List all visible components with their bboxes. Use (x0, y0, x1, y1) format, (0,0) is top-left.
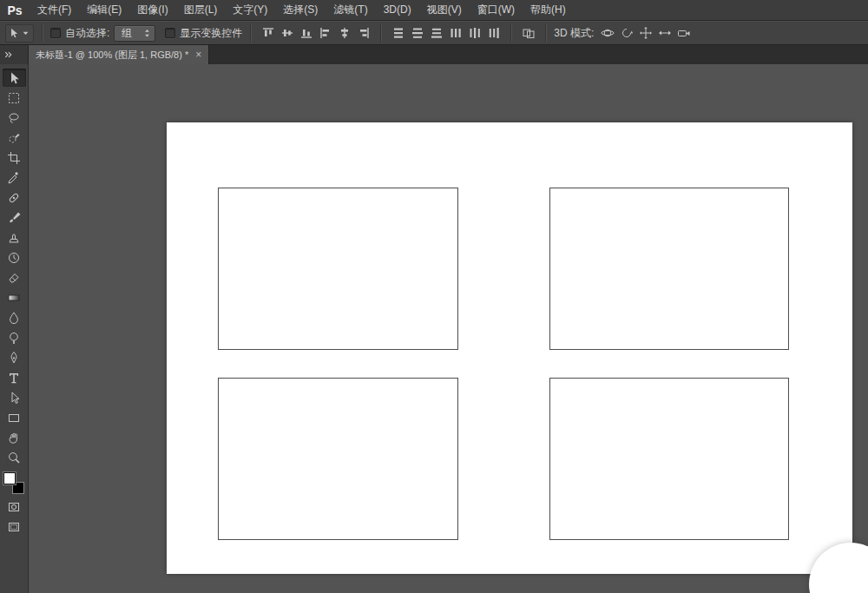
foreground-color-swatch[interactable] (3, 472, 16, 484)
canvas-area (29, 64, 868, 593)
menu-bar: Ps 文件(F)编辑(E)图像(I)图层(L)文字(Y)选择(S)滤镜(T)3D… (0, 0, 868, 21)
auto-select-label: 自动选择: (65, 26, 109, 41)
photoshop-logo: Ps (0, 3, 30, 17)
show-transform-label: 显示变换控件 (180, 26, 242, 41)
align-top-edges-icon[interactable] (259, 24, 277, 43)
brush-tool[interactable] (3, 208, 26, 227)
eraser-tool[interactable] (3, 268, 26, 287)
gradient-tool[interactable] (3, 288, 26, 306)
type-tool[interactable] (3, 368, 26, 386)
rectangular-marquee-tool[interactable] (3, 89, 26, 107)
distribute-left-icon[interactable] (446, 24, 464, 43)
separator (545, 24, 546, 42)
caret-down-icon (20, 26, 31, 41)
eyedropper-tool[interactable] (3, 168, 26, 187)
tool-preset-picker[interactable] (5, 24, 34, 43)
toolbar-collapse-button[interactable] (0, 45, 29, 64)
separator (250, 24, 251, 42)
separator (510, 24, 511, 42)
auto-select-mode-dropdown[interactable]: 组 (114, 25, 155, 42)
drawn-rectangle-3 (218, 378, 458, 540)
lasso-tool[interactable] (3, 109, 26, 127)
distribute-horizontal-centers-icon[interactable] (465, 24, 483, 43)
align-horizontal-centers-icon[interactable] (335, 24, 353, 43)
history-brush-tool[interactable] (3, 248, 26, 267)
menu-item-view[interactable]: 视图(V) (419, 0, 470, 21)
distribute-top-icon[interactable] (389, 24, 407, 43)
3d-camera-icon[interactable] (674, 24, 693, 43)
show-transform-checkbox[interactable] (165, 28, 175, 38)
drawn-rectangle-1 (218, 188, 458, 350)
chevrons-right-icon (3, 48, 14, 63)
3d-mode-label: 3D 模式: (554, 26, 594, 41)
drawn-rectangle-4 (549, 378, 789, 540)
3d-slide-icon[interactable] (655, 24, 674, 43)
tab-close-button[interactable]: × (195, 49, 201, 60)
tab-bar: 未标题-1 @ 100% (图层 1, RGB/8) * × (0, 45, 868, 64)
menu-item-layer[interactable]: 图层(L) (176, 0, 226, 21)
dodge-tool[interactable] (3, 328, 26, 346)
auto-align-layers-icon[interactable] (519, 24, 537, 43)
screen-mode-button[interactable] (3, 517, 26, 536)
rectangle-tool[interactable] (3, 408, 26, 426)
photoshop-window: { "app": { "logo": "Ps" }, "menubar": { … (0, 0, 868, 593)
quick-mask-mode-button[interactable] (3, 497, 26, 516)
3d-orbit-icon[interactable] (598, 24, 616, 43)
align-right-edges-icon[interactable] (354, 24, 372, 43)
distribute-icon-group (389, 24, 503, 43)
document-tab-title: 未标题-1 @ 100% (图层 1, RGB/8) * (36, 49, 188, 62)
crop-tool[interactable] (3, 148, 26, 167)
main-area (0, 64, 868, 593)
drawn-rectangle-2 (549, 188, 789, 350)
document-tab[interactable]: 未标题-1 @ 100% (图层 1, RGB/8) * × (29, 45, 209, 64)
menu-item-filter[interactable]: 滤镜(T) (326, 0, 375, 21)
clone-stamp-tool[interactable] (3, 228, 26, 247)
align-left-edges-icon[interactable] (316, 24, 334, 43)
separator (380, 24, 381, 42)
distribute-right-icon[interactable] (484, 24, 503, 43)
align-vertical-centers-icon[interactable] (278, 24, 296, 43)
distribute-vertical-centers-icon[interactable] (408, 24, 426, 43)
menubar-items: 文件(F)编辑(E)图像(I)图层(L)文字(Y)选择(S)滤镜(T)3D(D)… (30, 0, 574, 20)
3d-mode-icon-group (598, 24, 693, 43)
document-canvas[interactable] (167, 122, 852, 574)
menu-item-type[interactable]: 文字(Y) (225, 0, 275, 21)
align-bottom-edges-icon[interactable] (297, 24, 315, 43)
zoom-tool[interactable] (3, 448, 26, 466)
menu-item-3d[interactable]: 3D(D) (376, 0, 419, 21)
separator (42, 24, 43, 42)
dropdown-stepper-icon (141, 26, 153, 41)
menu-item-image[interactable]: 图像(I) (129, 0, 175, 21)
distribute-bottom-icon[interactable] (427, 24, 445, 43)
options-bar: 自动选择: 组 显示变换控件 3D 模式: (0, 21, 868, 45)
menu-item-select[interactable]: 选择(S) (275, 0, 326, 21)
auto-align-icon-group (519, 24, 537, 43)
3d-roll-icon[interactable] (617, 24, 635, 43)
healing-brush-tool[interactable] (3, 188, 26, 207)
auto-select-checkbox[interactable] (50, 28, 61, 38)
menu-item-help[interactable]: 帮助(H) (523, 0, 574, 21)
quick-selection-tool[interactable] (3, 128, 26, 147)
tools-panel (0, 64, 29, 593)
pen-tool[interactable] (3, 348, 26, 366)
hand-tool[interactable] (3, 428, 26, 446)
move-tool[interactable] (3, 69, 26, 87)
3d-pan-icon[interactable] (636, 24, 654, 43)
auto-select-mode-value: 组 (122, 26, 132, 41)
color-swatches[interactable] (3, 472, 24, 494)
blur-tool[interactable] (3, 308, 26, 326)
menu-item-edit[interactable]: 编辑(E) (79, 0, 129, 21)
menu-item-window[interactable]: 窗口(W) (470, 0, 523, 21)
current-tool-icon (8, 26, 19, 41)
menu-item-file[interactable]: 文件(F) (30, 0, 79, 21)
path-selection-tool[interactable] (3, 388, 26, 406)
align-icon-group (259, 24, 372, 43)
